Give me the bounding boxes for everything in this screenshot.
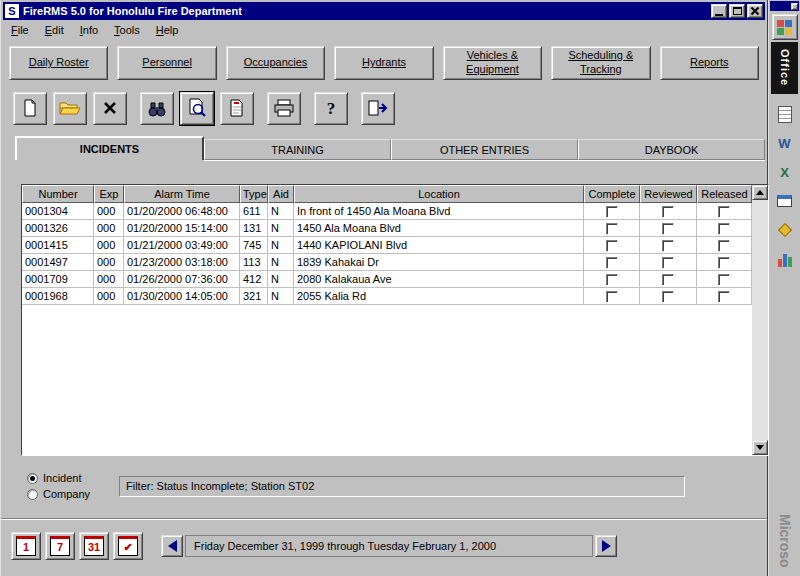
menu-edit[interactable]: Edit [37, 22, 72, 38]
exit-button[interactable] [361, 92, 395, 125]
reports-button[interactable]: Reports [660, 46, 759, 80]
find-button[interactable] [140, 92, 174, 125]
open-button[interactable] [53, 92, 87, 125]
reviewed-checkbox[interactable] [662, 274, 674, 286]
cell-released [697, 271, 752, 288]
released-checkbox[interactable] [718, 274, 730, 286]
complete-checkbox[interactable] [606, 291, 618, 303]
previous-range-button[interactable] [161, 535, 183, 557]
month-view-button[interactable]: 31 [79, 532, 109, 560]
excel-button[interactable] [773, 160, 797, 184]
col-complete[interactable]: Complete [584, 185, 640, 203]
print-button[interactable] [267, 92, 301, 125]
new-document-button[interactable] [13, 92, 47, 125]
incident-radio-label: Incident [43, 472, 82, 484]
week-view-button[interactable]: 7 [45, 532, 75, 560]
table-row[interactable]: 0001304 000 01/20/2000 06:48:00 611 N In… [22, 203, 752, 220]
col-reviewed[interactable]: Reviewed [640, 185, 697, 203]
col-number[interactable]: Number [22, 185, 94, 203]
complete-checkbox[interactable] [606, 274, 618, 286]
cell-reviewed [640, 237, 697, 254]
office-logo-icon [777, 20, 792, 35]
chart-app-button[interactable] [773, 247, 797, 271]
cell-alarm-time: 01/26/2000 07:36:00 [124, 271, 240, 288]
hydrants-button[interactable]: Hydrants [334, 46, 433, 80]
table-row[interactable]: 0001415 000 01/21/2000 03:49:00 745 N 14… [22, 237, 752, 254]
col-aid[interactable]: Aid [268, 185, 294, 203]
maximize-icon [733, 7, 742, 15]
cell-complete [584, 220, 640, 237]
company-radio-row[interactable]: Company [27, 486, 111, 502]
scheduling-tracking-button[interactable]: Scheduling & Tracking [551, 46, 650, 80]
reviewed-checkbox[interactable] [662, 240, 674, 252]
company-radio[interactable] [27, 489, 38, 500]
calendar-select-button[interactable]: ✔ [113, 532, 143, 560]
incident-radio-row[interactable]: Incident [27, 470, 111, 486]
vehicles-equipment-button[interactable]: Vehicles & Equipment [443, 46, 542, 80]
incident-radio[interactable] [27, 473, 38, 484]
released-checkbox[interactable] [718, 206, 730, 218]
col-released[interactable]: Released [697, 185, 752, 203]
complete-checkbox[interactable] [606, 257, 618, 269]
delete-button[interactable] [93, 92, 127, 125]
cell-exp: 000 [94, 254, 124, 271]
table-row[interactable]: 0001326 000 01/20/2000 15:14:00 131 N 14… [22, 220, 752, 237]
scroll-down-button[interactable] [752, 440, 768, 455]
next-range-button[interactable] [595, 535, 617, 557]
cell-number: 0001497 [22, 254, 94, 271]
cell-location: In front of 1450 Ala Moana Blvd [294, 203, 584, 220]
table-row[interactable]: 0001968 000 01/30/2000 14:05:00 321 N 20… [22, 288, 752, 305]
occupancies-button[interactable]: Occupancies [226, 46, 325, 80]
app-window-button[interactable] [773, 189, 797, 213]
close-button[interactable] [747, 4, 763, 18]
table-row[interactable]: 0001497 000 01/23/2000 03:18:00 113 N 18… [22, 254, 752, 271]
reviewed-checkbox[interactable] [662, 223, 674, 235]
cell-aid: N [268, 271, 294, 288]
daily-roster-button[interactable]: Daily Roster [9, 46, 108, 80]
vertical-scrollbar[interactable] [752, 185, 768, 455]
cell-alarm-time: 01/20/2000 06:48:00 [124, 203, 240, 220]
day-view-button[interactable]: 1 [11, 532, 41, 560]
scrollbar-track[interactable] [752, 200, 768, 440]
minimize-button[interactable] [711, 4, 727, 18]
released-checkbox[interactable] [718, 291, 730, 303]
reviewed-checkbox[interactable] [662, 206, 674, 218]
menu-info[interactable]: Info [72, 22, 106, 38]
menu-tools[interactable]: Tools [106, 22, 148, 38]
reviewed-checkbox[interactable] [662, 257, 674, 269]
col-location[interactable]: Location [294, 185, 584, 203]
tab-daybook[interactable]: DAYBOOK [578, 139, 765, 160]
menu-file[interactable]: File [3, 22, 37, 38]
office-logo-button[interactable] [772, 14, 798, 40]
complete-checkbox[interactable] [606, 240, 618, 252]
col-exp[interactable]: Exp [94, 185, 124, 203]
released-checkbox[interactable] [718, 240, 730, 252]
tab-training[interactable]: TRAINING [204, 139, 391, 160]
tab-other-entries[interactable]: OTHER ENTRIES [391, 139, 578, 160]
office-new-document-button[interactable] [773, 102, 797, 126]
col-type[interactable]: Type [240, 185, 268, 203]
office-bar-menu-button[interactable] [791, 3, 798, 10]
word-button[interactable] [773, 131, 797, 155]
released-checkbox[interactable] [718, 257, 730, 269]
cell-type: 412 [240, 271, 268, 288]
reviewed-checkbox[interactable] [662, 291, 674, 303]
complete-checkbox[interactable] [606, 223, 618, 235]
released-checkbox[interactable] [718, 223, 730, 235]
tab-incidents[interactable]: INCIDENTS [15, 136, 204, 160]
office-label-area[interactable]: Office [771, 42, 798, 94]
access-key-button[interactable] [773, 218, 797, 242]
menu-help[interactable]: Help [148, 22, 187, 38]
col-alarm-time[interactable]: Alarm Time [124, 185, 240, 203]
complete-checkbox[interactable] [606, 206, 618, 218]
maximize-button[interactable] [729, 4, 745, 18]
company-radio-label: Company [43, 488, 90, 500]
scroll-up-button[interactable] [752, 185, 768, 200]
preview-button[interactable] [180, 92, 214, 125]
personnel-button[interactable]: Personnel [117, 46, 216, 80]
help-button[interactable]: ? [314, 92, 348, 125]
table-row[interactable]: 0001709 000 01/26/2000 07:36:00 412 N 20… [22, 271, 752, 288]
cell-released [697, 254, 752, 271]
help-icon: ? [323, 99, 339, 117]
report-page-button[interactable] [220, 92, 254, 125]
